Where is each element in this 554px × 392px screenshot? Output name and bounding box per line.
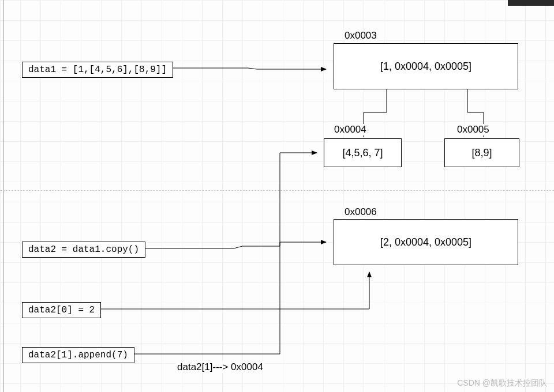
- left-border: [3, 0, 3, 392]
- mem-box1: [1, 0x0004, 0x0005]: [334, 43, 518, 89]
- note-data2-pointer: data2[1]---> 0x0004: [176, 361, 264, 373]
- mem-box3: [8,9]: [444, 138, 519, 167]
- mem-box2: [4,5,6, 7]: [324, 138, 402, 167]
- watermark: CSDN @凯歌技术控团队: [457, 378, 547, 389]
- code-data2-append: data2[1].append(7): [22, 347, 134, 363]
- code-data2-copy: data2 = data1.copy(): [22, 242, 145, 258]
- top-bar-fragment: [508, 0, 554, 6]
- code-data2-idx0: data2[0] = 2: [22, 302, 101, 318]
- addr-box3: 0x0005: [456, 124, 491, 135]
- addr-box4: 0x0006: [343, 206, 378, 218]
- mem-box4: [2, 0x0004, 0x0005]: [334, 219, 518, 265]
- addr-box2: 0x0004: [333, 124, 368, 135]
- code-data1: data1 = [1,[4,5,6],[8,9]]: [22, 62, 173, 78]
- dashed-separator: [0, 190, 554, 191]
- addr-box1: 0x0003: [343, 30, 378, 42]
